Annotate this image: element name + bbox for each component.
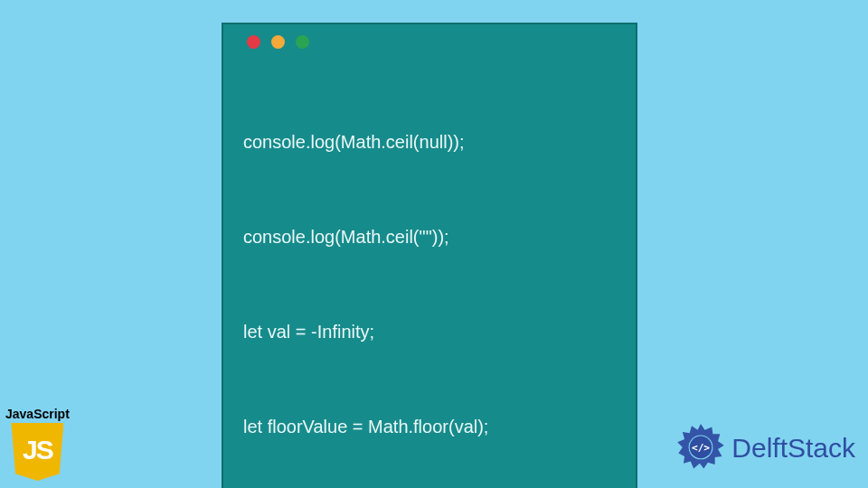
maximize-icon <box>296 35 309 49</box>
minimize-icon <box>271 35 285 49</box>
code-window: console.log(Math.ceil(null)); console.lo… <box>222 23 637 488</box>
javascript-shield-text: JS <box>23 435 52 465</box>
code-line: console.log(Math.ceil("")); <box>243 221 616 253</box>
window-controls <box>247 35 616 49</box>
code-line: let floorValue = Math.floor(val); <box>243 411 616 443</box>
delftstack-gear-icon: </> <box>675 423 726 474</box>
delftstack-text: DelftStack <box>731 433 855 464</box>
code-line: console.log(Math.ceil(null)); <box>243 127 616 158</box>
javascript-label: JavaScript <box>5 407 70 421</box>
javascript-badge: JavaScript JS <box>5 407 70 481</box>
javascript-shield-icon: JS <box>11 423 63 481</box>
delftstack-logo: </> DelftStack <box>675 423 855 474</box>
close-icon <box>247 35 260 49</box>
code-block: console.log(Math.ceil(null)); console.lo… <box>243 63 616 488</box>
svg-text:</>: </> <box>692 442 710 454</box>
code-line: let val = -Infinity; <box>243 316 616 348</box>
